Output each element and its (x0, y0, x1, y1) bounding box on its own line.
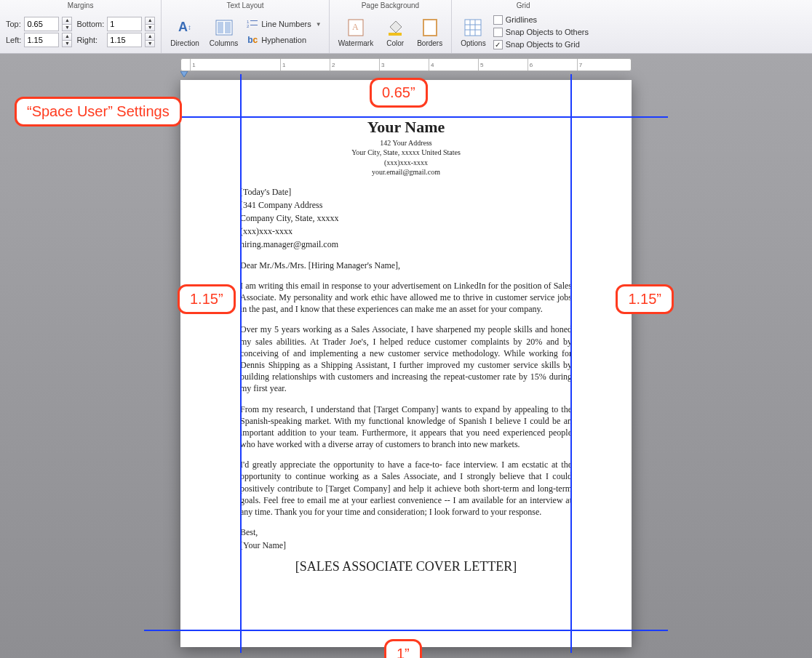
group-page-background: Page Background A Watermark Color Border… (330, 0, 453, 53)
svg-text:2: 2 (247, 24, 250, 28)
document-workspace: 1 1 2 3 4 5 6 7 “Space User” Settings 0.… (0, 54, 812, 658)
svg-rect-2 (225, 22, 231, 33)
margin-bottom-label: Bottom: (76, 20, 104, 28)
margin-left-spinner[interactable]: ▲▼ (62, 33, 72, 47)
date-line: [Today's Date] (240, 186, 572, 198)
watermark-button[interactable]: A Watermark (335, 16, 377, 49)
company-city: Company City, State, xxxxx (240, 212, 572, 224)
callout-space-user: “Space User” Settings (15, 97, 182, 127)
svg-rect-6 (250, 25, 258, 25)
salutation: Dear Mr./Ms./Mrs. [Hiring Manager's Name… (240, 260, 572, 271)
paint-bucket-icon (383, 17, 407, 38)
paragraph-3: From my research, I understand that [Tar… (240, 404, 572, 451)
group-grid: Grid Options Gridlines Snap Objects to O… (452, 0, 594, 53)
margin-guide-top (144, 116, 668, 118)
svg-rect-1 (218, 22, 223, 33)
margin-top-spinner[interactable]: ▲▼ (62, 17, 72, 31)
columns-icon (212, 17, 236, 38)
margin-left-label: Left: (6, 36, 21, 44)
gridlines-checkbox[interactable]: Gridlines (493, 15, 589, 25)
footer-title: [SALES ASSOCIATE COVER LETTER] (240, 558, 572, 575)
hyphenation-icon: bc (247, 34, 258, 46)
company-phone: (xxx)xxx-xxxx (240, 225, 572, 237)
grid-options-button[interactable]: Options (458, 16, 488, 49)
columns-button[interactable]: Columns (207, 16, 241, 49)
check-icon: ✓ (493, 40, 503, 49)
page-color-button[interactable]: Color (381, 16, 410, 49)
paragraph-4: I'd greatly appreciate the opportunity t… (240, 459, 572, 518)
line-numbers-button[interactable]: 12 Line Numbers▼ (245, 17, 322, 31)
direction-button[interactable]: A↕ Direction (167, 16, 202, 49)
group-title: Text Layout (167, 0, 322, 11)
chevron-down-icon: ▼ (316, 21, 322, 28)
paragraph-2: Over my 5 years working as a Sales Assoc… (240, 324, 572, 394)
margin-right-label: Right: (76, 36, 104, 44)
company-email: hiring.manager@gmail.com (240, 238, 572, 250)
direction-icon: A↕ (173, 17, 196, 38)
margin-right-spinner[interactable]: ▲▼ (145, 33, 155, 47)
svg-rect-4 (250, 20, 258, 21)
document-page[interactable]: “Space User” Settings 0.65” 1.15” 1.15” … (180, 80, 632, 647)
svg-text:A: A (352, 22, 359, 32)
margin-guide-left (240, 74, 242, 653)
svg-rect-10 (423, 20, 437, 36)
company-address: [341 Company Address (240, 199, 572, 211)
group-title: Margins (6, 0, 155, 11)
callout-right-margin: 1.15” (616, 284, 674, 314)
horizontal-ruler[interactable]: 1 1 2 3 4 5 6 7 (180, 58, 632, 71)
grid-icon (461, 17, 485, 38)
hyphenation-button[interactable]: bc Hyphenation (245, 33, 322, 47)
margin-top-input[interactable] (24, 17, 59, 31)
header-address: 142 Your Address (240, 138, 572, 148)
callout-left-margin: 1.15” (178, 284, 236, 314)
margin-left-input[interactable] (24, 33, 59, 47)
header-city: Your City, State, xxxxx United States (240, 148, 572, 158)
ribbon-toolbar: Margins Top: ▲▼ Left: ▲▼ Bottom: ▲▼ Righ… (0, 0, 812, 54)
svg-marker-16 (180, 71, 188, 77)
callout-bottom-margin: 1” (384, 639, 422, 658)
paragraph-1: I am writing this email in response to y… (240, 280, 572, 316)
snap-others-checkbox[interactable]: Snap Objects to Others (493, 27, 589, 38)
group-title: Page Background (335, 0, 446, 11)
line-numbers-icon: 12 (247, 18, 258, 30)
borders-icon (418, 17, 442, 38)
margin-guide-right (570, 74, 572, 653)
margin-bottom-input[interactable] (107, 17, 142, 31)
signoff: Best, (240, 526, 572, 538)
margin-bottom-spinner[interactable]: ▲▼ (145, 17, 155, 31)
margin-top-label: Top: (6, 20, 21, 28)
header-email: your.email@gmail.com (240, 167, 572, 177)
callout-top-margin: 0.65” (370, 78, 428, 108)
margin-right-input[interactable] (107, 33, 142, 47)
borders-button[interactable]: Borders (414, 16, 445, 49)
header-name: Your Name (240, 116, 572, 138)
watermark-icon: A (344, 17, 367, 38)
margin-guide-bottom (144, 630, 668, 631)
header-phone: (xxx)xxx-xxxx (240, 158, 572, 168)
svg-rect-9 (389, 33, 402, 36)
group-text-layout: Text Layout A↕ Direction Columns 12 Line… (162, 0, 329, 53)
group-margins: Margins Top: ▲▼ Left: ▲▼ Bottom: ▲▼ Righ… (0, 0, 162, 53)
snap-grid-checkbox[interactable]: ✓Snap Objects to Grid (493, 39, 589, 50)
svg-rect-11 (465, 20, 481, 36)
group-title: Grid (458, 0, 589, 11)
signature: [Your Name] (240, 539, 572, 551)
